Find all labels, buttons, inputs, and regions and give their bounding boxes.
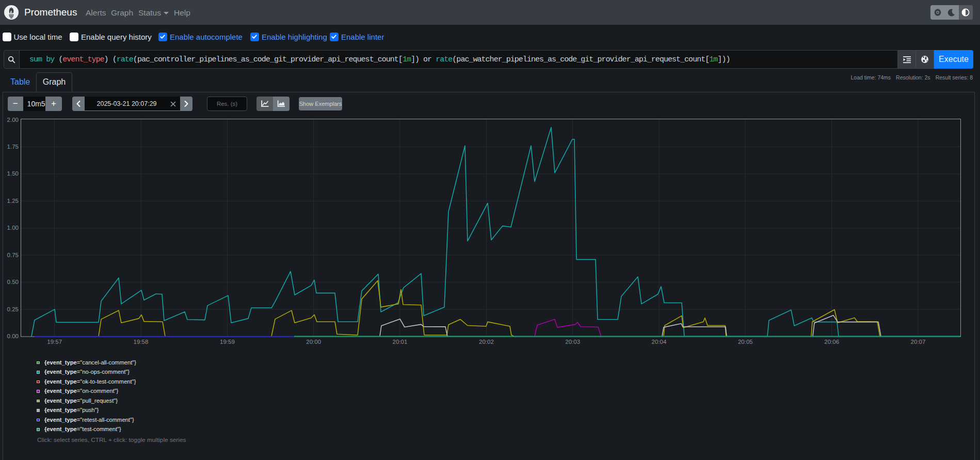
- svg-text:2.00: 2.00: [7, 117, 19, 123]
- svg-text:1.25: 1.25: [7, 198, 19, 204]
- svg-text:20:02: 20:02: [479, 339, 494, 345]
- svg-text:19:59: 19:59: [220, 339, 235, 345]
- svg-text:19:58: 19:58: [134, 339, 149, 345]
- svg-text:0.25: 0.25: [7, 306, 19, 312]
- svg-text:20:06: 20:06: [824, 339, 839, 345]
- svg-text:0.75: 0.75: [7, 252, 19, 258]
- svg-text:20:03: 20:03: [565, 339, 580, 345]
- svg-text:20:07: 20:07: [911, 339, 926, 345]
- svg-text:0.00: 0.00: [7, 333, 19, 339]
- svg-text:20:01: 20:01: [393, 339, 408, 345]
- svg-text:1.75: 1.75: [7, 144, 19, 150]
- svg-text:19:57: 19:57: [47, 339, 62, 345]
- svg-text:20:05: 20:05: [738, 339, 753, 345]
- svg-text:1.00: 1.00: [7, 225, 19, 231]
- svg-text:20:04: 20:04: [652, 339, 667, 345]
- svg-text:1.50: 1.50: [7, 170, 19, 177]
- svg-text:20:00: 20:00: [306, 339, 321, 345]
- svg-text:0.50: 0.50: [7, 279, 19, 285]
